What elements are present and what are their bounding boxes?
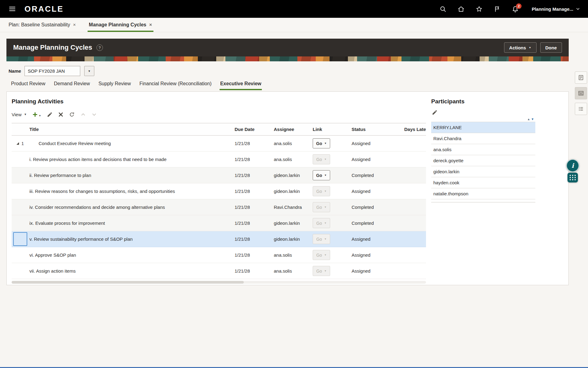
favorites-star-icon[interactable] bbox=[476, 6, 483, 13]
participant-row[interactable]: hayden.cook bbox=[431, 177, 535, 188]
table-row[interactable]: ii. Review performance to plan 1/21/28 g… bbox=[12, 167, 426, 183]
name-label: Name bbox=[9, 68, 21, 74]
infolets-rail-button[interactable] bbox=[575, 87, 587, 99]
tab-demand-review[interactable]: Demand Review bbox=[53, 81, 90, 90]
edit-participants-button[interactable] bbox=[431, 109, 438, 117]
column-header-title: Title bbox=[29, 127, 235, 132]
scrollbar-thumb[interactable] bbox=[12, 281, 244, 284]
table-row[interactable]: vii. Assign action items 1/21/28 ana.sol… bbox=[12, 263, 426, 279]
watchlist-flag-icon[interactable] bbox=[494, 6, 501, 13]
panel-chart-icon bbox=[578, 90, 584, 97]
go-button[interactable]: Go ▼ bbox=[313, 218, 330, 228]
notifications-bell-icon[interactable]: 2 bbox=[512, 6, 519, 13]
home-icon[interactable] bbox=[458, 6, 465, 13]
chevron-down-icon bbox=[92, 112, 97, 117]
go-button[interactable]: Go ▼ bbox=[313, 266, 330, 276]
participant-row[interactable]: KERRY.LANE bbox=[431, 122, 535, 133]
participant-row[interactable]: Ravi.Chandra bbox=[431, 133, 535, 144]
info-icon[interactable]: i bbox=[566, 159, 579, 172]
delete-activity-button[interactable] bbox=[58, 112, 63, 117]
go-button[interactable]: Go ▼ bbox=[313, 250, 330, 260]
table-row[interactable]: vi. Approve S&OP plan 1/21/28 ana.solis … bbox=[12, 247, 426, 263]
participant-name: Ravi.Chandra bbox=[433, 136, 462, 141]
delete-x-icon bbox=[58, 112, 63, 117]
sort-descending-icon[interactable]: ▼ bbox=[531, 117, 534, 121]
planning-activities-heading: Planning Activities bbox=[12, 98, 426, 105]
view-menu[interactable]: View ▼ bbox=[12, 112, 27, 117]
move-down-button[interactable] bbox=[92, 112, 97, 117]
tab-product-review[interactable]: Product Review bbox=[10, 81, 46, 90]
help-icon[interactable]: ? bbox=[96, 44, 103, 51]
table-row[interactable]: v. Review sustainability performance of … bbox=[12, 231, 426, 247]
tab-manage-planning-cycles[interactable]: Manage Planning Cycles ✕ bbox=[88, 18, 153, 32]
done-button[interactable]: Done bbox=[540, 42, 562, 53]
tab-financial-review-reconciliation[interactable]: Financial Review (Reconciliation) bbox=[139, 81, 212, 90]
navigator-menu-button[interactable] bbox=[8, 4, 17, 13]
chevron-down-icon: ▼ bbox=[324, 174, 327, 177]
planning-activities-table: Title Due Date Assignee Link Status Days… bbox=[12, 123, 426, 284]
go-button[interactable]: Go ▼ bbox=[313, 138, 330, 148]
sort-ascending-icon[interactable]: ▲ bbox=[527, 117, 530, 121]
actions-button[interactable]: Actions ▼ bbox=[504, 42, 537, 53]
activity-due-date: 1/21/28 bbox=[235, 205, 274, 210]
go-button[interactable]: Go ▼ bbox=[313, 154, 330, 164]
participants-list-end bbox=[431, 199, 535, 202]
row-number: 1 bbox=[21, 141, 24, 146]
add-activity-button[interactable]: ▼ bbox=[32, 112, 41, 117]
apps-grid-icon[interactable] bbox=[567, 173, 578, 182]
page-header: Manage Planning Cycles ? Actions ▼ Done bbox=[6, 39, 569, 56]
list-rail-button[interactable] bbox=[575, 103, 587, 115]
go-button-label: Go bbox=[316, 269, 322, 274]
participant-row[interactable]: natalie.thompson bbox=[431, 188, 535, 199]
tab-executive-review[interactable]: Executive Review bbox=[220, 81, 262, 90]
go-button-label: Go bbox=[316, 141, 322, 146]
activity-assignee: gideon.larkin bbox=[274, 173, 313, 178]
page-properties-rail-button[interactable] bbox=[575, 71, 587, 84]
activity-due-date: 1/21/28 bbox=[235, 236, 274, 242]
review-tabs: Product ReviewDemand ReviewSupply Review… bbox=[6, 81, 569, 90]
refresh-icon bbox=[69, 112, 75, 117]
activity-assignee: gideon.larkin bbox=[274, 220, 313, 226]
go-button-label: Go bbox=[316, 221, 322, 226]
participant-row[interactable]: gideon.larkin bbox=[431, 166, 535, 177]
cycle-name-row: Name ▼ bbox=[6, 66, 569, 76]
table-row[interactable]: ix. Evaluate process for improvement 1/2… bbox=[12, 215, 426, 231]
table-row[interactable]: 1 Conduct Executive Review meeting 1/21/… bbox=[12, 136, 426, 151]
activity-status: Completed bbox=[352, 173, 404, 178]
go-button-label: Go bbox=[316, 157, 322, 162]
go-button[interactable]: Go ▼ bbox=[313, 186, 330, 196]
user-menu-label: Planning Manage... bbox=[532, 6, 573, 12]
guided-learning-widget: i bbox=[566, 159, 580, 182]
tab-supply-review[interactable]: Supply Review bbox=[98, 81, 131, 90]
close-icon[interactable]: ✕ bbox=[73, 23, 76, 27]
activity-due-date: 1/21/28 bbox=[235, 157, 274, 162]
activity-assignee: gideon.larkin bbox=[274, 236, 313, 242]
expand-toggle-icon[interactable] bbox=[16, 141, 19, 146]
table-row[interactable]: i. Review previous action items and deci… bbox=[12, 151, 426, 167]
activity-assignee: ana.solis bbox=[274, 141, 313, 146]
search-icon[interactable] bbox=[439, 6, 447, 13]
activity-title: iii. Review reasons for changes to assum… bbox=[29, 189, 235, 194]
go-button[interactable]: Go ▼ bbox=[313, 234, 330, 244]
main-panel: Planning Activities View ▼ ▼ bbox=[6, 91, 569, 285]
table-row[interactable]: iii. Review reasons for changes to assum… bbox=[12, 183, 426, 199]
refresh-button[interactable] bbox=[69, 112, 75, 117]
participant-row[interactable]: ana.solis bbox=[431, 144, 535, 155]
chevron-down-icon: ▼ bbox=[324, 270, 326, 272]
horizontal-scrollbar[interactable] bbox=[12, 281, 426, 284]
chevron-down-icon: ▼ bbox=[324, 190, 326, 193]
chevron-down-icon: ▼ bbox=[24, 113, 27, 116]
edit-activity-button[interactable] bbox=[47, 112, 53, 117]
activity-status: Assigned bbox=[352, 141, 404, 146]
name-input[interactable] bbox=[24, 66, 80, 76]
close-icon[interactable]: ✕ bbox=[149, 23, 152, 27]
go-button-label: Go bbox=[316, 173, 322, 178]
tab-plan-baseline-sustainability[interactable]: Plan: Baseline Sustainability ✕ bbox=[7, 18, 77, 32]
name-dropdown-button[interactable]: ▼ bbox=[84, 66, 94, 76]
participant-row[interactable]: dereck.goyette bbox=[431, 155, 535, 166]
go-button[interactable]: Go ▼ bbox=[313, 170, 330, 180]
go-button[interactable]: Go ▼ bbox=[313, 202, 330, 212]
move-up-button[interactable] bbox=[81, 112, 86, 117]
table-row[interactable]: iv. Consider recommendations and decide … bbox=[12, 199, 426, 215]
user-menu[interactable]: Planning Manage... bbox=[532, 6, 580, 12]
